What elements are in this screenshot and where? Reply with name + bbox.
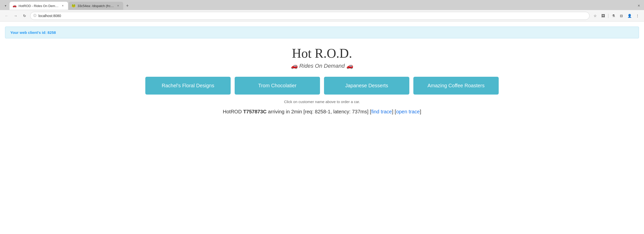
profile-icon[interactable]: 👤 [626, 12, 633, 19]
nav-bar: ← → ↻ ⓘ localhost:8080 ☆ 🖼 | ⚗ ⊟ 👤 ⋮ [0, 10, 644, 22]
status-middle: arriving in 2min [req: 8258-1, latency: … [267, 109, 371, 114]
status-prefix: HotROD [223, 109, 243, 114]
subtitle-prefix: 🚗 [291, 63, 299, 69]
page-content: Your web client's id: 8258 Hot R.O.D. 🚗 … [0, 22, 644, 172]
menu-icon[interactable]: ⋮ [634, 12, 641, 19]
customer-button-trom[interactable]: Trom Chocolatier [235, 77, 320, 95]
tab-bar: ▾ 🚗 HotROD - Rides On Dem… × 🐸 33c54ea: … [0, 0, 644, 10]
status-car-id: T757873C [243, 109, 267, 114]
tab-2[interactable]: 🐸 33c54ea: /dispatch (frc… × [69, 2, 123, 10]
nav-separator: | [608, 13, 609, 18]
app-subtitle: 🚗 Rides On Demand 🚗 [5, 63, 639, 69]
tab-1-close[interactable]: × [60, 4, 65, 8]
find-trace-link[interactable]: find trace [371, 109, 392, 114]
client-id-value: 8258 [47, 30, 56, 35]
browser-chrome: ▾ 🚗 HotROD - Rides On Dem… × 🐸 33c54ea: … [0, 0, 644, 22]
customer-button-coffee[interactable]: Amazing Coffee Roasters [413, 77, 499, 95]
tab-2-title: 33c54ea: /dispatch (frc… [78, 4, 114, 8]
open-trace-link[interactable]: open trace [396, 109, 420, 114]
forward-button[interactable]: → [12, 12, 19, 19]
customer-buttons: Rachel's Floral Designs Trom Chocolatier… [5, 77, 639, 95]
tab-1[interactable]: 🚗 HotROD - Rides On Dem… × [10, 2, 68, 10]
customer-button-japanese[interactable]: Japanese Desserts [324, 77, 409, 95]
customer-button-rachel[interactable]: Rachel's Floral Designs [145, 77, 231, 95]
window-close-button[interactable]: × [636, 3, 642, 9]
address-bar[interactable]: ⓘ localhost:8080 [30, 12, 590, 20]
tab-2-close[interactable]: × [116, 4, 120, 8]
status-message: HotROD T757873C arriving in 2min [req: 8… [5, 109, 639, 115]
status-suffix: ] [420, 109, 421, 114]
address-security-icon: ⓘ [33, 14, 36, 18]
nav-actions: ☆ 🖼 | ⚗ ⊟ 👤 ⋮ [592, 12, 641, 19]
lab-icon[interactable]: ⚗ [610, 12, 617, 19]
subtitle-text: Rides On Demand [299, 63, 345, 69]
bookmark-star-icon[interactable]: ☆ [592, 12, 599, 19]
extension-icon[interactable]: 🖼 [600, 12, 607, 19]
instruction-text: Click on customer name above to order a … [5, 100, 639, 104]
cast-icon[interactable]: ⊟ [618, 12, 625, 19]
client-id-banner: Your web client's id: 8258 [5, 27, 639, 38]
client-id-prefix: Your web client's id: [10, 30, 47, 35]
address-text: localhost:8080 [38, 14, 586, 18]
back-button[interactable]: ← [3, 12, 10, 19]
reload-button[interactable]: ↻ [21, 12, 28, 19]
app-title: Hot R.O.D. [5, 46, 639, 61]
tab-1-title: HotROD - Rides On Dem… [19, 4, 58, 8]
status-between: ] [ [392, 109, 396, 114]
new-tab-button[interactable]: + [124, 2, 131, 9]
tab-2-favicon: 🐸 [72, 4, 76, 8]
tab-dropdown-button[interactable]: ▾ [2, 2, 9, 9]
tab-1-favicon: 🚗 [13, 4, 17, 8]
subtitle-suffix: 🚗 [345, 63, 353, 69]
